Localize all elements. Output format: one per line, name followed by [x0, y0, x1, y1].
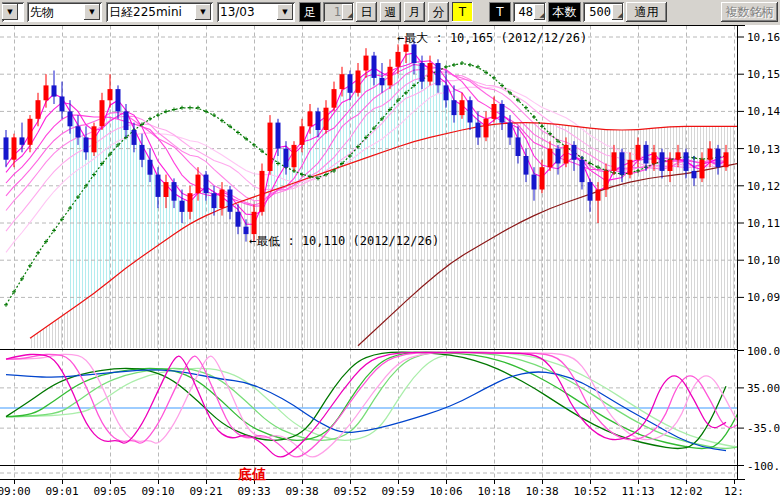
- chevron-down-icon[interactable]: ▼: [2, 4, 18, 20]
- main-price-panel: [30, 53, 737, 348]
- candle-up: [356, 71, 361, 93]
- period-week-button[interactable]: 週: [380, 2, 401, 22]
- candle-down: [452, 100, 457, 115]
- candle-down: [372, 56, 377, 78]
- time-axis-label: 09:05: [93, 485, 126, 498]
- interval-value: 1: [323, 5, 342, 19]
- contract-month-value: 13/03: [217, 5, 277, 19]
- candle-up: [12, 137, 17, 159]
- candle-down: [660, 152, 665, 171]
- candle-up: [564, 145, 569, 164]
- candle-down: [244, 227, 249, 234]
- candle-down: [124, 111, 129, 130]
- time-axis-label: 10:06: [429, 485, 462, 498]
- candle-up: [108, 89, 113, 100]
- price-chart-svg: 10,16510,15510,14510,13510,12510,11510,1…: [0, 0, 780, 501]
- multi-symbol-button: 複数銘柄: [721, 2, 778, 22]
- candle-up: [164, 182, 169, 197]
- time-axis-label: 11:13: [621, 485, 654, 498]
- contract-month-select[interactable]: 13/03 ▼: [217, 2, 295, 22]
- spinner-icon[interactable]: ◢: [534, 4, 545, 20]
- period-day-button[interactable]: 日: [356, 2, 377, 22]
- oscillator-axis-label: -35.00: [747, 422, 780, 435]
- time-axis-label: 09:10: [141, 485, 174, 498]
- tick-count-input[interactable]: 48 ◢: [513, 2, 546, 22]
- bar-count-input[interactable]: 500 ◢: [583, 2, 624, 22]
- toolbar: ▼ 先物 ▼ 日経225mini ▼ 13/03 ▼ 足 1 ◢ 日 週 月 分…: [0, 0, 780, 25]
- oscillator-axis-label: -100.0: [747, 460, 780, 473]
- chevron-down-icon[interactable]: ▼: [277, 4, 293, 20]
- candle-down: [420, 63, 425, 82]
- instrument-type-select[interactable]: 先物 ▼: [27, 2, 102, 22]
- price-axis-label: 10,135: [747, 143, 780, 156]
- apply-button[interactable]: 適用: [626, 2, 667, 22]
- candle-down: [60, 97, 65, 112]
- candle-down: [116, 89, 121, 111]
- period-tick-button[interactable]: T: [452, 2, 473, 22]
- candle-down: [588, 182, 593, 201]
- trading-chart-window: 10,16510,15510,14510,13510,12510,11510,1…: [0, 0, 780, 501]
- candle-up: [612, 152, 617, 171]
- candle-up: [676, 152, 681, 159]
- spinner-icon[interactable]: ◢: [342, 4, 353, 20]
- chevron-down-icon[interactable]: ▼: [84, 4, 100, 20]
- chevron-down-icon[interactable]: ▼: [195, 4, 211, 20]
- instrument-name-value: 日経225mini: [106, 4, 195, 21]
- candle-up: [460, 100, 465, 115]
- tick-label-button[interactable]: T: [489, 2, 511, 22]
- candle-up: [44, 85, 49, 100]
- spinner-icon[interactable]: ◢: [612, 4, 623, 20]
- candle-up: [36, 100, 41, 119]
- oscillator-axis-label: 35.00: [747, 382, 780, 395]
- candle-up: [652, 152, 657, 163]
- price-axis-label: 10,115: [747, 217, 780, 230]
- bar-count-label: 本数: [548, 2, 581, 22]
- candle-down: [132, 130, 137, 145]
- candle-up: [428, 63, 433, 82]
- candle-down: [716, 149, 721, 168]
- price-axis-label: 10,095: [747, 291, 780, 304]
- candle-down: [436, 63, 441, 85]
- ashi-label-button[interactable]: 足: [299, 2, 321, 22]
- candle-up: [28, 119, 33, 145]
- candle-up: [100, 100, 105, 126]
- candle-down: [516, 137, 521, 156]
- candle-up: [364, 56, 369, 71]
- time-axis-label: 10:38: [525, 485, 558, 498]
- time-axis-label: 12:: [724, 485, 744, 498]
- candle-down: [412, 44, 417, 63]
- time-axis-label: 09:52: [333, 485, 366, 498]
- candle-down: [172, 182, 177, 201]
- bar-count-value: 500: [583, 5, 612, 19]
- period-month-button[interactable]: 月: [404, 2, 425, 22]
- candle-up: [404, 44, 409, 51]
- candle-down: [316, 111, 321, 130]
- candle-down: [348, 74, 353, 93]
- candle-down: [476, 123, 481, 138]
- candle-up: [540, 167, 545, 189]
- candle-down: [68, 111, 73, 126]
- mini-combobox[interactable]: ▼: [2, 2, 24, 22]
- candle-up: [188, 193, 193, 212]
- candle-up: [700, 160, 705, 179]
- period-minute-button[interactable]: 分: [428, 2, 449, 22]
- price-axis-label: 10,155: [747, 68, 780, 81]
- candle-up: [340, 74, 345, 89]
- price-axis-label: 10,125: [747, 180, 780, 193]
- interval-input[interactable]: 1 ◢: [323, 2, 354, 22]
- candle-up: [292, 145, 297, 167]
- candle-down: [228, 190, 233, 212]
- candle-down: [20, 137, 25, 144]
- candle-up: [396, 52, 401, 67]
- candle-up: [596, 190, 601, 201]
- candle-up: [196, 175, 201, 194]
- green-rci-line: [6, 352, 774, 448]
- candle-down: [620, 152, 625, 174]
- candle-down: [52, 85, 57, 96]
- candle-down: [204, 175, 209, 194]
- candle-up: [332, 89, 337, 108]
- instrument-name-select[interactable]: 日経225mini ▼: [106, 2, 213, 22]
- candle-down: [84, 137, 89, 152]
- oscillator-panel: [0, 352, 780, 457]
- time-axis-label: 09:38: [285, 485, 318, 498]
